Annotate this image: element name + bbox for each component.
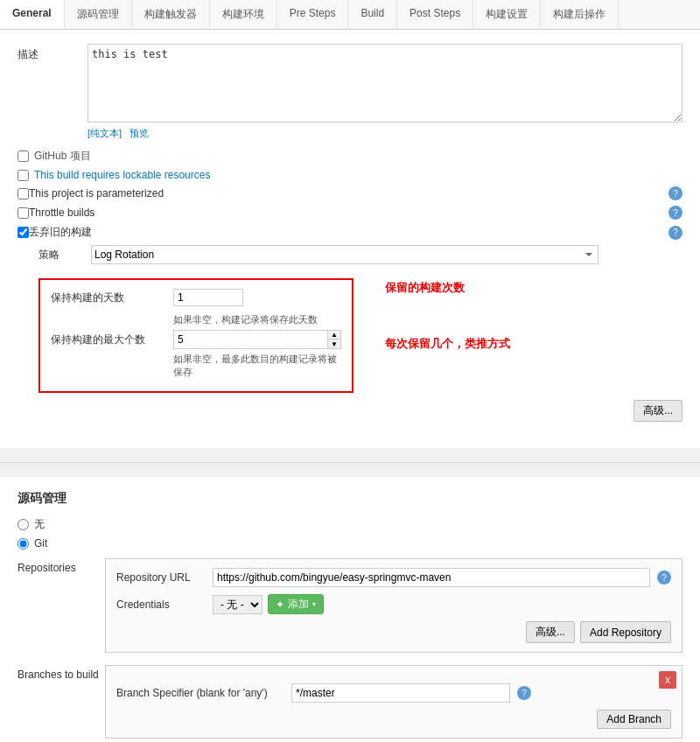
throttle-row: Throttle builds ? <box>18 206 682 220</box>
days-label: 保持构建的天数 <box>51 290 173 305</box>
credentials-select[interactable]: - 无 - <box>213 595 262 614</box>
days-input[interactable] <box>173 289 243 306</box>
section-divider <box>0 462 700 463</box>
branch-remove-button[interactable]: x <box>659 671 676 689</box>
branch-specifier-label: Branch Specifier (blank for 'any') <box>116 687 291 699</box>
parameterized-label: This project is parameterized <box>29 187 164 200</box>
github-checkbox-row: GitHub 项目 <box>18 149 682 164</box>
description-field: [纯文本] 预览 <box>88 44 682 140</box>
tab-build[interactable]: Build <box>348 0 397 29</box>
parameterized-help-icon[interactable]: ? <box>668 186 682 200</box>
branch-specifier-help-icon[interactable]: ? <box>517 686 531 700</box>
repo-url-label: Repository URL <box>116 571 213 584</box>
repo-url-row: Repository URL ? <box>116 568 671 587</box>
branch-action-row: Add Branch <box>116 710 671 729</box>
discard-label: 丢弃旧的构建 <box>29 225 92 240</box>
repo-advanced-button[interactable]: 高级... <box>526 621 575 643</box>
days-hint: 如果非空，构建记录将保存此天数 <box>173 313 341 326</box>
preview-link[interactable]: 预览 <box>130 128 149 138</box>
git-label: Git <box>34 537 47 550</box>
add-repository-button[interactable]: Add Repository <box>580 621 671 643</box>
annotation2: 每次保留几个，类推方式 <box>385 336 510 352</box>
none-label: 无 <box>34 517 45 532</box>
tab-post-steps[interactable]: Post Steps <box>397 0 473 29</box>
branches-label: Branches to build <box>18 665 105 681</box>
scm-section: 源码管理 无 Git Repositories Repository URL ?… <box>0 477 700 742</box>
description-row: 描述 [纯文本] 预览 <box>18 44 682 140</box>
tab-scm[interactable]: 源码管理 <box>65 0 132 29</box>
discard-checkbox[interactable] <box>18 227 29 238</box>
max-input-wrap: ▲ ▼ <box>173 330 341 349</box>
strategy-select[interactable]: Log Rotation <box>91 245 598 264</box>
branch-specifier-row: Branch Specifier (blank for 'any') ? <box>116 683 671 703</box>
tab-general[interactable]: General <box>0 0 65 29</box>
num-arrows: ▲ ▼ <box>327 331 340 348</box>
parameterized-left: This project is parameterized <box>18 187 164 200</box>
branch-specifier-input[interactable] <box>291 683 510 703</box>
github-label: GitHub 项目 <box>34 149 91 164</box>
max-hint: 如果非空，最多此数目的构建记录将被保存 <box>173 353 341 379</box>
tab-post-build[interactable]: 构建后操作 <box>541 0 619 29</box>
credentials-label: Credentials <box>116 598 213 611</box>
discard-section: 丢弃旧的构建 ? 策略 Log Rotation 保持构建的天数 <box>18 225 682 422</box>
throttle-help-icon[interactable]: ? <box>668 206 682 220</box>
add-icon: ✦ <box>276 598 284 611</box>
scm-title: 源码管理 <box>18 491 682 507</box>
credentials-row: Credentials - 无 - ✦ 添加 ▾ <box>116 594 671 614</box>
repositories-label: Repositories <box>18 558 105 574</box>
credentials-wrap: - 无 - ✦ 添加 ▾ <box>213 594 324 614</box>
throttle-label: Throttle builds <box>29 206 94 219</box>
general-section: 描述 [纯文本] 预览 GitHub 项目 This build require… <box>0 30 700 448</box>
tab-build-settings[interactable]: 构建设置 <box>473 0 541 29</box>
lockable-label: This build requires lockable resources <box>34 169 210 181</box>
add-branch-button[interactable]: Add Branch <box>597 710 671 729</box>
plaintext-link[interactable]: [纯文本] <box>88 128 122 138</box>
branches-block: Branches to build x Branch Specifier (bl… <box>18 665 682 738</box>
tab-build-trigger[interactable]: 构建触发器 <box>132 0 210 29</box>
num-up-btn[interactable]: ▲ <box>328 331 340 340</box>
parameterized-row: This project is parameterized ? <box>18 186 682 200</box>
repositories-content: Repository URL ? Credentials - 无 - ✦ 添加 … <box>105 558 682 653</box>
discard-body: 策略 Log Rotation 保持构建的天数 如果非空，构建记录将保存此天数 <box>38 245 682 393</box>
add-credentials-arrow: ▾ <box>312 600 316 608</box>
advanced-btn-row: 高级... <box>18 400 682 422</box>
parameterized-checkbox[interactable] <box>18 188 29 200</box>
throttle-left: Throttle builds <box>18 206 94 219</box>
max-input[interactable] <box>174 331 327 348</box>
lockable-checkbox[interactable] <box>18 170 29 181</box>
discard-left: 丢弃旧的构建 <box>18 225 92 240</box>
git-radio-row: Git <box>18 537 682 550</box>
repositories-block: Repositories Repository URL ? Credential… <box>18 558 682 653</box>
annotations: 保留的构建次数 每次保留几个，类推方式 <box>368 280 510 352</box>
repo-url-input[interactable] <box>213 568 650 587</box>
discard-header: 丢弃旧的构建 ? <box>18 225 682 240</box>
none-radio-row: 无 <box>18 517 682 532</box>
tabs-bar: General 源码管理 构建触发器 构建环境 Pre Steps Build … <box>0 0 700 30</box>
lockable-checkbox-row: This build requires lockable resources <box>18 169 682 181</box>
tab-build-env[interactable]: 构建环境 <box>210 0 277 29</box>
max-label: 保持构建的最大个数 <box>51 332 173 347</box>
throttle-checkbox[interactable] <box>18 207 29 219</box>
add-credentials-button[interactable]: ✦ 添加 ▾ <box>268 594 324 614</box>
description-textarea[interactable] <box>88 44 682 122</box>
git-radio[interactable] <box>18 538 29 550</box>
annotation1: 保留的构建次数 <box>385 280 510 296</box>
repo-action-row: 高级... Add Repository <box>116 621 671 643</box>
strategy-label: 策略 <box>38 248 91 262</box>
github-checkbox[interactable] <box>18 150 29 162</box>
repo-url-help-icon[interactable]: ? <box>657 570 671 584</box>
red-box-wrapper: 保持构建的天数 如果非空，构建记录将保存此天数 保持构建的最大个数 ▲ ▼ <box>38 273 682 393</box>
days-row: 保持构建的天数 <box>51 289 341 306</box>
branches-content: x Branch Specifier (blank for 'any') ? A… <box>105 665 682 738</box>
num-down-btn[interactable]: ▼ <box>328 340 340 348</box>
tab-pre-steps[interactable]: Pre Steps <box>277 0 349 29</box>
max-row: 保持构建的最大个数 ▲ ▼ <box>51 330 341 349</box>
description-label: 描述 <box>18 44 88 62</box>
strategy-row: 策略 Log Rotation <box>38 245 682 264</box>
red-box: 保持构建的天数 如果非空，构建记录将保存此天数 保持构建的最大个数 ▲ ▼ <box>38 278 354 393</box>
discard-help-icon[interactable]: ? <box>668 226 682 240</box>
advanced-button[interactable]: 高级... <box>634 400 682 422</box>
add-credentials-label: 添加 <box>288 597 309 612</box>
none-radio[interactable] <box>18 519 29 530</box>
